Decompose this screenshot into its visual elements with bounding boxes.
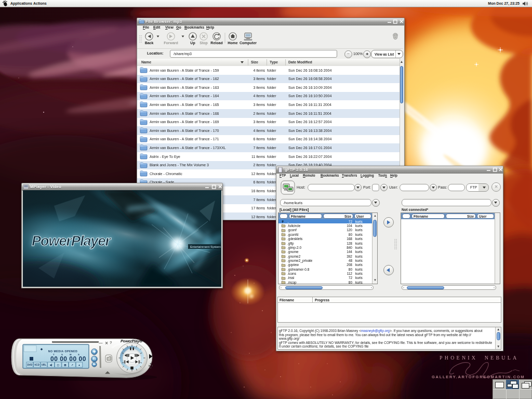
- svg-text:◀): ◀): [49, 364, 53, 366]
- svg-text:↗: ↗: [71, 364, 73, 366]
- svg-text:VCD: VCD: [34, 364, 39, 366]
- svg-text:Home: Home: [228, 41, 238, 45]
- svg-text:Reload: Reload: [210, 41, 222, 45]
- svg-text:Forward: Forward: [164, 41, 178, 45]
- svg-text:▲: ▲: [78, 364, 81, 366]
- svg-text:NO MEDIA OPENED: NO MEDIA OPENED: [48, 350, 78, 353]
- svg-text:Up: Up: [190, 41, 195, 45]
- svg-text:Back: Back: [145, 41, 154, 45]
- svg-text:—: —: [99, 340, 103, 345]
- svg-text:00 00 00 00: 00 00 00 00: [50, 355, 86, 363]
- svg-text:DVD: DVD: [27, 364, 32, 366]
- svg-text:Stop: Stop: [200, 41, 208, 45]
- svg-text:✕: ✕: [105, 341, 108, 345]
- svg-text:▢: ▢: [57, 364, 60, 366]
- svg-text:Computer: Computer: [240, 41, 257, 45]
- svg-text:PowerPlayer: PowerPlayer: [32, 233, 112, 249]
- svg-text:▤: ▤: [64, 364, 66, 366]
- svg-text:URL: URL: [42, 364, 47, 366]
- svg-text:Entertainment System: Entertainment System: [190, 245, 221, 248]
- svg-text:?: ?: [110, 340, 112, 345]
